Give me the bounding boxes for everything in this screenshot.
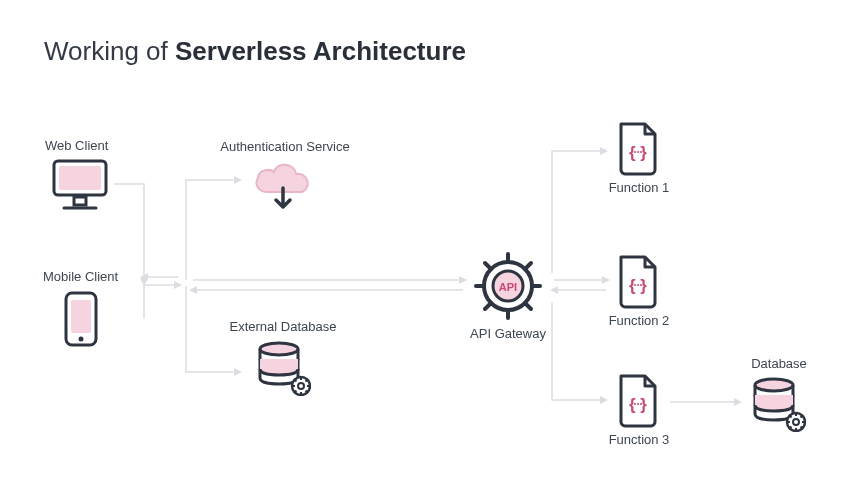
svg-marker-60 [189,286,197,294]
connector [548,276,613,296]
web-client-label: Web Client [45,138,135,153]
svg-point-41 [755,379,793,391]
monitor-icon [50,158,110,217]
svg-point-38 [634,403,636,405]
connector [668,396,746,408]
svg-point-8 [260,343,298,355]
svg-point-35 [637,284,639,286]
svg-marker-56 [234,368,242,376]
svg-marker-61 [600,147,608,155]
svg-marker-53 [174,281,182,289]
function-file-icon: { } [615,253,661,313]
function-file-icon: { } [615,120,661,180]
svg-rect-2 [74,197,86,205]
svg-point-31 [637,151,639,153]
title-prefix: Working of [44,36,175,66]
mobile-icon [62,290,100,352]
database-gear-icon [750,376,806,436]
svg-marker-58 [459,276,467,284]
svg-point-39 [637,403,639,405]
connector [102,275,182,335]
svg-point-40 [640,403,642,405]
svg-marker-63 [602,276,610,284]
connector [185,276,470,296]
svg-rect-5 [71,300,91,333]
fn1-label: Function 1 [605,180,673,195]
svg-point-30 [634,151,636,153]
svg-marker-65 [550,286,558,294]
svg-line-24 [485,263,491,269]
function-file-icon: { } [615,372,661,432]
svg-marker-66 [600,396,608,404]
connector [182,174,252,284]
svg-rect-1 [59,166,101,190]
svg-marker-55 [234,176,242,184]
connector [182,286,252,386]
auth-service-label: Authentication Service [200,139,370,154]
svg-line-25 [525,303,531,309]
svg-marker-54 [140,273,148,281]
database-gear-icon [255,340,311,400]
cloud-download-icon [248,158,318,220]
database-label: Database [744,356,814,371]
svg-point-36 [640,284,642,286]
connector [548,145,613,285]
svg-line-26 [525,263,531,269]
api-badge-text: API [499,281,517,293]
fn2-label: Function 2 [605,313,673,328]
svg-point-34 [634,284,636,286]
svg-line-27 [485,303,491,309]
svg-point-32 [640,151,642,153]
svg-point-6 [79,337,84,342]
api-gateway-label: API Gateway [468,326,548,341]
connector [548,300,613,410]
fn3-label: Function 3 [605,432,673,447]
title-bold: Serverless Architecture [175,36,466,66]
gear-api-icon: API [472,250,544,326]
svg-marker-68 [734,398,742,406]
page-title: Working of Serverless Architecture [44,36,466,67]
